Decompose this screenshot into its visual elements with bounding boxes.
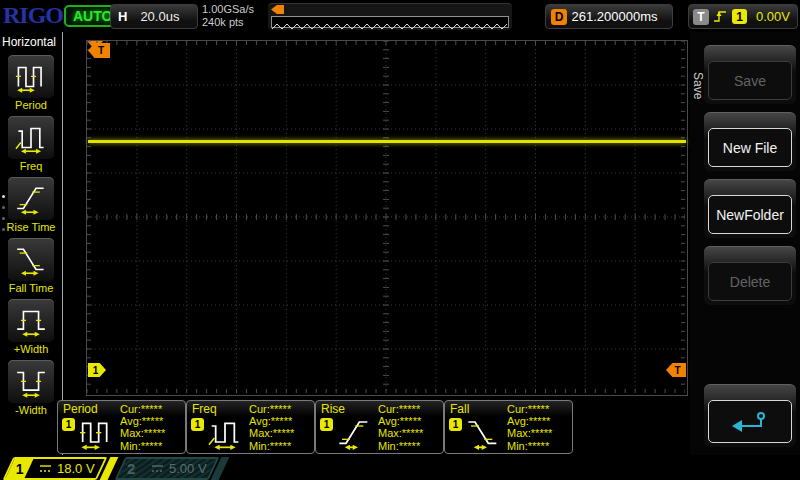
- trigger-level-value: 0.00V: [756, 9, 790, 24]
- menu-item-minus-width[interactable]: -Width: [8, 360, 54, 416]
- waveform-display-area[interactable]: T 1 T: [86, 40, 688, 396]
- dc-coupling-icon: [151, 464, 164, 473]
- waveform-preview-bar[interactable]: [268, 3, 512, 30]
- rise-time-icon[interactable]: [8, 177, 54, 220]
- memory-window-strip: [271, 16, 509, 28]
- measurement-box-fall[interactable]: Fall 1 Cur:***** Avg:***** Max:***** Min…: [444, 400, 573, 454]
- channel1-number: 1: [6, 459, 34, 478]
- menu-item-fall-time[interactable]: Fall Time: [8, 238, 54, 294]
- preview-position-marker-icon: [271, 5, 284, 14]
- freq-meas-icon: [206, 414, 244, 450]
- measurement-box-period[interactable]: Period 1 Cur:***** Avg:***** Max:***** M…: [57, 400, 186, 454]
- channel1-scale: 18.0 V: [39, 461, 95, 476]
- graticule-grid: [87, 41, 685, 393]
- channel1-tab[interactable]: 1 18.0 V: [3, 457, 108, 480]
- measurement-source-badge: 1: [320, 418, 333, 431]
- return-arrow-icon: [728, 409, 772, 435]
- new-file-button[interactable]: New File: [708, 128, 792, 167]
- delay-value: 261.200000ms: [571, 9, 667, 24]
- plus-width-icon[interactable]: [8, 299, 54, 342]
- softkey-slot: NewFolder: [704, 179, 796, 238]
- right-softkey-menu: Save Save New File NewFolder Delete: [690, 32, 800, 455]
- right-menu-title: Save: [691, 72, 705, 99]
- menu-item-freq[interactable]: Freq: [8, 116, 54, 172]
- rise-meas-icon: [335, 414, 373, 450]
- channel2-number: 2: [118, 460, 145, 477]
- measurement-box-rise[interactable]: Rise 1 Cur:***** Avg:***** Max:***** Min…: [315, 400, 444, 454]
- left-menu-title: Horizontal: [2, 35, 56, 49]
- trigger-readout-box[interactable]: T 1 0.00V: [688, 4, 798, 29]
- measurement-source-badge: 1: [62, 418, 75, 431]
- channel1-trace: [88, 140, 686, 143]
- rising-edge-icon: [713, 9, 728, 24]
- period-icon[interactable]: [8, 55, 54, 98]
- period-meas-icon: [77, 414, 115, 450]
- trigger-label-badge: T: [693, 9, 709, 25]
- menu-item-plus-width[interactable]: +Width: [8, 299, 54, 355]
- timebase-value: 20.0us: [140, 9, 179, 24]
- return-button[interactable]: [708, 400, 792, 443]
- trigger-source-badge: 1: [732, 9, 747, 24]
- minus-width-icon[interactable]: [8, 360, 54, 403]
- softkey-slot: [704, 384, 796, 447]
- channel-status-bar: 1 18.0 V 2 5.00 V: [0, 455, 800, 480]
- fall-time-icon[interactable]: [8, 238, 54, 281]
- menu-page-dots: [2, 195, 5, 231]
- fall-meas-icon: [464, 414, 502, 450]
- horizontal-timebase-box[interactable]: H 20.0us: [110, 4, 198, 29]
- menu-item-rise-time[interactable]: Rise Time: [7, 177, 56, 233]
- softkey-slot: New File: [704, 112, 796, 171]
- delay-readout-box[interactable]: D 261.200000ms: [545, 4, 673, 29]
- measurement-source-badge: 1: [191, 418, 204, 431]
- memory-depth: 240k pts: [202, 16, 254, 29]
- softkey-slot: Delete: [704, 246, 796, 305]
- new-folder-button[interactable]: NewFolder: [708, 195, 792, 234]
- delete-button[interactable]: Delete: [708, 262, 792, 301]
- preview-waveform: [272, 21, 508, 31]
- save-button[interactable]: Save: [708, 61, 792, 100]
- channel2-scale: 5.00 V: [151, 461, 207, 476]
- channel2-tab[interactable]: 2 5.00 V: [115, 457, 220, 480]
- measurement-box-freq[interactable]: Freq 1 Cur:***** Avg:***** Max:***** Min…: [186, 400, 315, 454]
- softkey-slot: Save: [704, 45, 796, 104]
- top-status-bar: RIGOL AUTO H 20.0us 1.00GSa/s 240k pts D…: [0, 0, 800, 32]
- freq-icon[interactable]: [8, 116, 54, 159]
- measurement-source-badge: 1: [449, 418, 462, 431]
- horizontal-label: H: [118, 9, 127, 24]
- dc-coupling-icon: [39, 464, 52, 473]
- menu-item-period[interactable]: Period: [8, 55, 54, 111]
- delay-badge: D: [551, 9, 567, 25]
- sample-rate: 1.00GSa/s: [202, 3, 254, 16]
- left-measure-menu: Horizontal Period Freq: [0, 32, 63, 455]
- acquisition-info: 1.00GSa/s 240k pts: [202, 3, 254, 29]
